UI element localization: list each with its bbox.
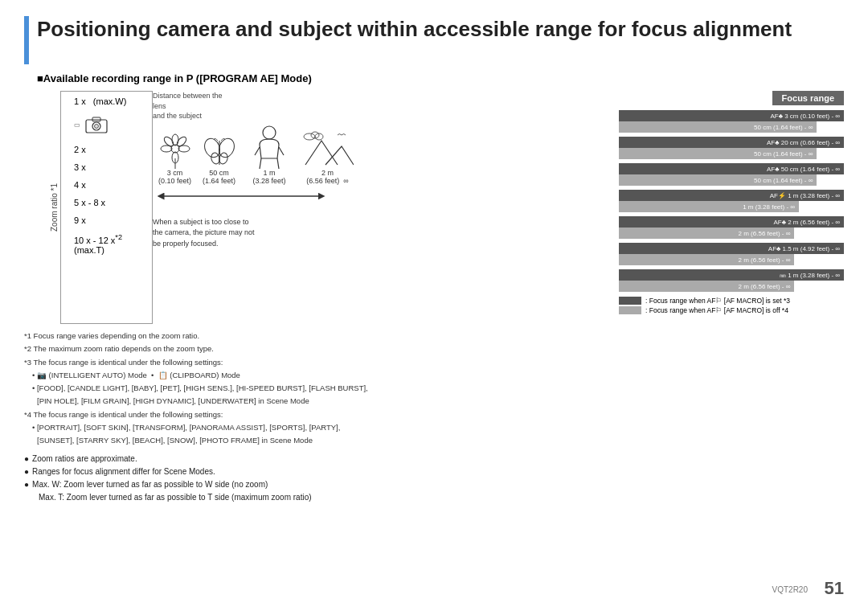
footnote-3: *3 The focus range is identical under th… bbox=[24, 357, 844, 368]
legend-dark-label: : Focus range when AF⚐ [AF MACRO] is set… bbox=[645, 297, 790, 305]
header-section: Positioning camera and subject within ac… bbox=[24, 16, 844, 64]
illus-flower bbox=[153, 133, 197, 169]
bar-1x-light: 50 cm (1.64 feet) - ∞ bbox=[619, 121, 817, 133]
zoom-5x-label: 5 x - 8 x bbox=[74, 198, 105, 207]
mountain-icon bbox=[301, 129, 354, 169]
zoom-1x-label: 1 x (max.W) bbox=[74, 96, 126, 106]
footnote-3a: • 📷 (INTELLIGENT AUTO) Mode • 📋 (CLIPBOA… bbox=[32, 370, 844, 381]
zoom-row-1x: 1 x (max.W) bbox=[74, 96, 144, 106]
footnote-4b: [SUNSET], [STARRY SKY], [BEACH], [SNOW],… bbox=[37, 435, 844, 446]
zoom-panel: Zoom ratio *1 1 x (max.W) ▭ bbox=[24, 91, 153, 324]
bar-9x-light: 2 m (6.56 feet) - ∞ bbox=[619, 254, 794, 265]
lens-subject-label: Distance between the lensand the subject bbox=[153, 91, 225, 121]
zoom-row-3x: 3 x bbox=[74, 162, 144, 172]
header-accent-bar bbox=[24, 16, 29, 64]
page-container: Positioning camera and subject within ac… bbox=[0, 0, 868, 615]
zoom-4x-label: 4 x bbox=[74, 180, 86, 190]
vqt-label: VQT2R20 bbox=[772, 585, 808, 594]
bars-2x: AF♣ 20 cm (0.66 feet) - ∞ 50 cm (1.64 fe… bbox=[619, 137, 844, 159]
bullet-3: Max. W: Zoom lever turned as far as poss… bbox=[24, 478, 844, 491]
bar-9x-dark: AF♣ 1.5 m (4.92 feet) - ∞ bbox=[619, 243, 844, 254]
dist-1m: 1 m(3.28 feet) bbox=[241, 169, 297, 185]
svg-point-5 bbox=[172, 134, 178, 146]
svg-point-17 bbox=[263, 126, 276, 139]
legend-section: : Focus range when AF⚐ [AF MACRO] is set… bbox=[619, 297, 844, 314]
focus-bars-panel: Focus range AF♣ 3 cm (0.10 feet) - ∞ 50 … bbox=[619, 91, 844, 324]
svg-line-18 bbox=[260, 158, 261, 169]
bar-10x-dark: ㎜ 1 m (3.28 feet) - ∞ bbox=[619, 269, 844, 281]
zoom-row-10x: 10 x - 12 x*2(max.T) bbox=[74, 233, 144, 255]
bullet-1: Zoom ratios are approximate. bbox=[24, 453, 844, 465]
legend-item-1: : Focus range when AF⚐ [AF MACRO] is set… bbox=[619, 297, 844, 305]
bar-10x-light: 2 m (6.56 feet) - ∞ bbox=[619, 281, 794, 292]
bar-5x-dark: AF♣ 2 m (6.56 feet) - ∞ bbox=[619, 216, 844, 228]
legend-light-swatch bbox=[619, 306, 641, 314]
bars-4x: AF⚡ 1 m (3.28 feet) - ∞ 1 m (3.28 feet) … bbox=[619, 190, 844, 212]
bar-1x-dark: AF♣ 3 cm (0.10 feet) - ∞ bbox=[619, 110, 844, 121]
zoom-box: 1 x (max.W) ▭ 2 x 3 x bbox=[60, 91, 153, 324]
bar-2x-light: 50 cm (1.64 feet) - ∞ bbox=[619, 148, 817, 159]
bar-2x-dark: AF♣ 20 cm (0.66 feet) - ∞ bbox=[619, 137, 844, 148]
bars-1x: AF♣ 3 cm (0.10 feet) - ∞ 50 cm (1.64 fee… bbox=[619, 110, 844, 133]
zoom-row-4x: 4 x bbox=[74, 180, 144, 190]
zoom-9x-label: 9 x bbox=[74, 215, 86, 225]
bullet-2: Ranges for focus alignment differ for Sc… bbox=[24, 465, 844, 478]
svg-line-21 bbox=[279, 147, 284, 155]
subtitle: ■Available recording range in P ([PROGRA… bbox=[37, 72, 844, 84]
legend-item-2: : Focus range when AF⚐ [AF MACRO] is off… bbox=[619, 306, 844, 314]
bullet-3-sub: Max. T: Zoom lever turned as far as poss… bbox=[39, 491, 844, 504]
zoom-2x-label: 2 x bbox=[74, 145, 86, 154]
bars-5x: AF♣ 2 m (6.56 feet) - ∞ 2 m (6.56 feet) … bbox=[619, 216, 844, 239]
bar-5x-light: 2 m (6.56 feet) - ∞ bbox=[619, 228, 794, 239]
distance-markers-row: 3 cm(0.10 feet) 50 cm(1.64 feet) 1 m(3.2… bbox=[153, 169, 619, 185]
svg-line-19 bbox=[277, 158, 279, 169]
close-subject-note: When a subject is too close tothe camera… bbox=[153, 217, 289, 250]
camera-icon: ▭ bbox=[74, 121, 80, 129]
dist-2m: 2 m(6.56 feet) ∞ bbox=[297, 169, 358, 185]
zoom-10x-label: 10 x - 12 x*2(max.T) bbox=[74, 233, 122, 255]
page-number: 51 bbox=[825, 578, 844, 599]
big-diagram: Zoom ratio *1 1 x (max.W) ▭ bbox=[24, 91, 844, 324]
svg-point-8 bbox=[178, 146, 190, 152]
bar-4x-light: 1 m (3.28 feet) - ∞ bbox=[619, 201, 799, 212]
bars-10x: ㎜ 1 m (3.28 feet) - ∞ 2 m (6.56 feet) - … bbox=[619, 269, 844, 292]
bar-3x-light: 50 cm (1.64 feet) - ∞ bbox=[619, 174, 817, 186]
person-icon bbox=[253, 125, 285, 169]
middle-panel: Distance between the lensand the subject bbox=[153, 91, 619, 324]
footnote-2: *2 The maximum zoom ratio depends on the… bbox=[24, 343, 844, 355]
dist-3cm: 3 cm(0.10 feet) bbox=[153, 169, 197, 185]
illus-mountain bbox=[297, 129, 358, 169]
svg-line-20 bbox=[255, 147, 260, 155]
zoom-3x-label: 3 x bbox=[74, 162, 86, 172]
footnote-4: *4 The focus range is identical under th… bbox=[24, 409, 844, 420]
bullets-section: Zoom ratios are approximate. Ranges for … bbox=[24, 453, 844, 504]
focus-range-box: Focus range bbox=[772, 91, 844, 105]
bars-9x: AF♣ 1.5 m (4.92 feet) - ∞ 2 m (6.56 feet… bbox=[619, 243, 844, 265]
illus-butterfly bbox=[197, 137, 241, 169]
footnote-3b: • [FOOD], [CANDLE LIGHT], [BABY], [PET],… bbox=[32, 383, 844, 394]
footnotes-section: *1 Focus range varies depending on the z… bbox=[24, 330, 844, 446]
svg-point-7 bbox=[161, 146, 172, 152]
bar-3x-dark: AF♣ 50 cm (1.64 feet) - ∞ bbox=[619, 163, 844, 174]
range-arrows-svg bbox=[153, 188, 330, 204]
footnote-4a: • [PORTRAIT], [SOFT SKIN], [TRANSFORM], … bbox=[32, 422, 844, 433]
bar-4x-dark: AF⚡ 1 m (3.28 feet) - ∞ bbox=[619, 190, 844, 201]
illus-person bbox=[241, 125, 297, 169]
legend-light-label: : Focus range when AF⚐ [AF MACRO] is off… bbox=[645, 306, 788, 314]
zoom-row-2x: 2 x bbox=[74, 145, 144, 154]
dist-50cm: 50 cm(1.64 feet) bbox=[197, 169, 241, 185]
zoom-ratio-label: Zoom ratio *1 bbox=[50, 183, 59, 232]
svg-point-3 bbox=[95, 125, 99, 129]
bars-3x: AF♣ 50 cm (1.64 feet) - ∞ 50 cm (1.64 fe… bbox=[619, 163, 844, 186]
illustrations-row bbox=[153, 125, 619, 169]
page-title: Positioning camera and subject within ac… bbox=[37, 16, 844, 43]
footnote-1: *1 Focus range varies depending on the z… bbox=[24, 330, 844, 342]
footnote-3c: [PIN HOLE], [FILM GRAIN], [HIGH DYNAMIC]… bbox=[37, 396, 844, 407]
focus-range-header: Focus range bbox=[619, 91, 844, 105]
svg-point-22 bbox=[304, 133, 315, 140]
camera-row: ▭ bbox=[74, 116, 144, 133]
flower-icon bbox=[160, 133, 190, 169]
camera-svg bbox=[85, 116, 108, 133]
zoom-row-5x: 5 x - 8 x bbox=[74, 198, 144, 207]
zoom-row-9x: 9 x bbox=[74, 215, 144, 225]
